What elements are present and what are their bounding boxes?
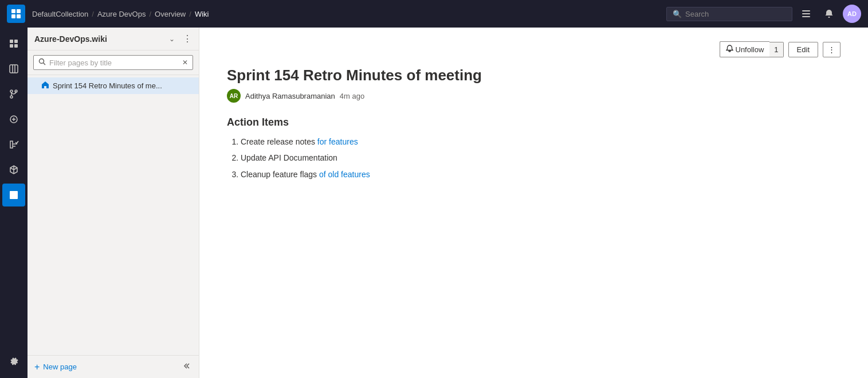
svg-rect-21 [729, 50, 730, 52]
svg-rect-10 [10, 44, 13, 48]
svg-rect-11 [14, 44, 18, 48]
collapse-panel-icon[interactable] [183, 361, 192, 372]
svg-rect-0 [11, 9, 15, 13]
svg-rect-12 [10, 65, 18, 73]
svg-rect-1 [17, 9, 21, 13]
feature-link-2[interactable]: of old features [319, 170, 370, 179]
icon-sidebar [0, 28, 28, 378]
content-actions: Unfollow 1 Edit ⋮ [720, 41, 841, 57]
svg-point-15 [10, 90, 13, 92]
search-input[interactable] [685, 10, 786, 18]
panel-header: Azure-DevOps.wiki ⌄ ⋮ [28, 28, 199, 50]
plus-icon: + [34, 362, 40, 372]
list-item: Cleanup feature flags of old features [241, 168, 840, 181]
breadcrumb-azure-devops[interactable]: Azure DevOps [97, 10, 146, 18]
author-name: Adithya Ramasubramanian [245, 92, 335, 100]
view-options-icon[interactable] [797, 5, 815, 23]
new-page-button[interactable]: + New page [34, 362, 77, 372]
home-page-icon [41, 81, 49, 91]
content-header-bar: Unfollow 1 Edit ⋮ [227, 41, 840, 57]
svg-point-19 [40, 59, 44, 64]
user-avatar[interactable]: AD [843, 5, 861, 23]
sidebar-item-boards[interactable] [2, 57, 25, 80]
filter-icon [38, 58, 46, 67]
top-nav-right: 🔍 AD [666, 5, 861, 23]
list-item: Update API Documentation [241, 151, 840, 164]
page-tree-item[interactable]: Sprint 154 Retro Minutes of me... [28, 77, 199, 94]
search-icon: 🔍 [673, 10, 682, 18]
edit-button[interactable]: Edit [788, 42, 818, 57]
more-options-button[interactable]: ⋮ [823, 42, 840, 57]
action-items-list: Create release notes for features Update… [227, 135, 840, 181]
top-nav: DefaultCollection / Azure DevOps / Overv… [0, 0, 868, 28]
page-list-panel: Azure-DevOps.wiki ⌄ ⋮ ✕ [28, 28, 199, 378]
breadcrumb-wiki: Wiki [195, 10, 209, 18]
filter-pages-input[interactable] [49, 59, 179, 67]
unfollow-label: Unfollow [736, 45, 764, 54]
new-page-label: New page [43, 363, 77, 371]
svg-line-20 [44, 63, 46, 65]
search-box[interactable]: 🔍 [666, 7, 792, 21]
sidebar-item-testplans[interactable] [2, 133, 25, 156]
list-item: Create release notes for features [241, 135, 840, 148]
sidebar-item-pipelines[interactable] [2, 108, 25, 131]
page-content: Action Items Create release notes for fe… [227, 116, 840, 181]
filter-input-wrap[interactable]: ✕ [33, 55, 193, 70]
svg-rect-7 [828, 17, 830, 18]
svg-rect-4 [802, 10, 810, 11]
breadcrumb-sep-3: / [189, 10, 191, 18]
breadcrumb-sep-2: / [149, 10, 151, 18]
svg-rect-5 [802, 13, 810, 14]
page-tree: Sprint 154 Retro Minutes of me... [28, 75, 199, 355]
svg-rect-3 [17, 14, 21, 18]
unfollow-button[interactable]: Unfollow [720, 41, 770, 57]
sidebar-item-wiki[interactable] [2, 184, 25, 206]
page-meta: AR Adithya Ramasubramanian 4m ago [227, 89, 840, 103]
sidebar-item-home[interactable] [2, 32, 25, 55]
sidebar-item-repos[interactable] [2, 83, 25, 106]
chevron-down-icon[interactable]: ⌄ [169, 35, 175, 43]
app-logo [7, 5, 25, 23]
page-title: Sprint 154 Retro Minutes of meeting [227, 67, 840, 84]
time-ago: 4m ago [340, 92, 364, 100]
follower-count: 1 [769, 42, 783, 57]
breadcrumb: DefaultCollection / Azure DevOps / Overv… [32, 10, 209, 18]
page-tree-item-label: Sprint 154 Retro Minutes of me... [53, 81, 162, 90]
more-options-icon[interactable]: ⋮ [183, 33, 192, 44]
filter-bar: ✕ [28, 50, 199, 75]
feature-link-1[interactable]: for features [317, 137, 358, 146]
settings-icon[interactable] [2, 350, 25, 373]
svg-point-16 [10, 96, 13, 98]
sidebar-item-artifacts[interactable] [2, 158, 25, 181]
breadcrumb-sep-1: / [92, 10, 94, 18]
author-avatar: AR [227, 89, 241, 103]
breadcrumb-overview[interactable]: Overview [155, 10, 186, 18]
bell-icon [726, 45, 733, 54]
svg-rect-8 [10, 40, 13, 43]
section-title: Action Items [227, 116, 840, 128]
content-area: Unfollow 1 Edit ⋮ Sprint 154 Retro Minut… [199, 28, 868, 378]
svg-rect-2 [11, 14, 15, 18]
notifications-icon[interactable] [820, 5, 838, 23]
panel-footer: + New page [28, 355, 199, 378]
clear-filter-icon[interactable]: ✕ [182, 59, 188, 67]
svg-rect-9 [14, 40, 18, 43]
svg-rect-6 [802, 16, 810, 17]
main-area: Azure-DevOps.wiki ⌄ ⋮ ✕ [0, 28, 868, 378]
wiki-name: Azure-DevOps.wiki [34, 34, 166, 44]
breadcrumb-default-collection[interactable]: DefaultCollection [32, 10, 88, 18]
